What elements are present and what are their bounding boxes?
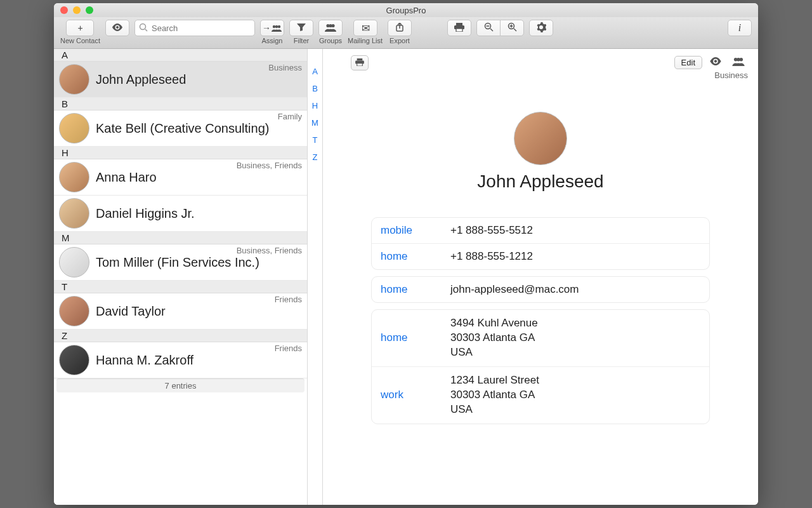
- zoom-in-button[interactable]: [500, 20, 524, 36]
- svg-point-26: [740, 58, 743, 62]
- contact-row[interactable]: FriendsHanna M. Zakroff: [54, 342, 307, 378]
- detail-print-button[interactable]: [351, 55, 369, 70]
- detail-row-label: home: [381, 250, 450, 263]
- detail-row-value: john-appleseed@mac.com: [450, 283, 579, 296]
- groups-button[interactable]: [318, 20, 343, 36]
- avatar: [59, 162, 89, 192]
- detail-group-label: Business: [714, 70, 748, 80]
- svg-rect-10: [456, 23, 462, 25]
- printer-icon: [355, 58, 365, 68]
- svg-rect-20: [357, 58, 363, 60]
- mailing-label: Mailing List: [348, 37, 383, 44]
- titlebar: GroupsPro: [54, 3, 758, 17]
- print-button[interactable]: [447, 20, 471, 36]
- detail-group-button[interactable]: [729, 55, 748, 69]
- section-header: M: [54, 232, 307, 244]
- filter-button[interactable]: [289, 20, 313, 36]
- index-letter[interactable]: Z: [313, 152, 318, 162]
- section-header: A: [54, 49, 307, 62]
- detail-row-value: 3494 Kuhl Avenue30303 Atlanta GAUSA: [450, 316, 538, 360]
- row-groups: Friends: [275, 344, 302, 353]
- contact-row[interactable]: Daniel Higgins Jr.: [54, 196, 307, 232]
- detail-row-label: home: [381, 331, 450, 344]
- search-icon: [139, 23, 148, 34]
- section-header: Z: [54, 330, 307, 342]
- settings-button[interactable]: [529, 20, 553, 36]
- row-name: John Appleseed: [96, 72, 186, 87]
- svg-rect-12: [456, 29, 462, 32]
- edit-button[interactable]: Edit: [674, 56, 702, 69]
- info-icon: i: [738, 22, 741, 34]
- index-letter[interactable]: A: [312, 67, 318, 76]
- row-name: Anna Haro: [96, 170, 157, 185]
- detail-row-value: +1 888-555-1212: [450, 250, 533, 263]
- export-icon: [395, 23, 404, 34]
- svg-point-8: [331, 23, 334, 27]
- row-groups: Friends: [275, 295, 302, 304]
- detail-row[interactable]: work1234 Laurel Street30303 Atlanta GAUS…: [372, 367, 709, 424]
- app-window: GroupsPro + New Contact →: [54, 3, 758, 505]
- detail-row-label: home: [381, 283, 450, 296]
- avatar: [59, 198, 89, 229]
- zoom-out-icon: [484, 22, 494, 34]
- phones-card: mobile+1 888-555-5512home+1 888-555-1212: [371, 217, 710, 270]
- plus-icon: +: [77, 23, 82, 33]
- section-header: H: [54, 147, 307, 159]
- svg-point-3: [273, 25, 275, 28]
- addresses-card: home3494 Kuhl Avenue30303 Atlanta GAUSAw…: [371, 309, 710, 424]
- svg-point-0: [116, 26, 119, 29]
- row-name: Tom Miller (Fin Services Inc.): [96, 255, 259, 270]
- zoom-in-icon: [508, 22, 517, 34]
- contact-row[interactable]: Business, FriendsTom Miller (Fin Service…: [54, 244, 307, 281]
- window-title: GroupsPro: [54, 6, 758, 15]
- svg-point-23: [714, 60, 717, 62]
- eye-icon: [112, 23, 123, 33]
- section-header: T: [54, 281, 307, 293]
- detail-row[interactable]: home+1 888-555-1212: [372, 244, 709, 269]
- avatar: [59, 113, 89, 144]
- assign-button[interactable]: →: [260, 20, 284, 36]
- index-letter[interactable]: B: [312, 84, 318, 93]
- row-name: Daniel Higgins Jr.: [96, 206, 195, 221]
- detail-row-label: work: [381, 389, 450, 401]
- info-button[interactable]: i: [728, 20, 752, 36]
- detail-row-value: 1234 Laurel Street30303 Atlanta GAUSA: [450, 373, 539, 417]
- zoom-out-button[interactable]: [476, 20, 501, 36]
- avatar: [59, 345, 89, 375]
- emails-card: homejohn-appleseed@mac.com: [371, 276, 710, 303]
- detail-row-label: mobile: [381, 224, 450, 237]
- detail-row[interactable]: homejohn-appleseed@mac.com: [372, 277, 709, 302]
- row-groups: Business: [268, 63, 302, 72]
- mailing-list-button[interactable]: ✉: [353, 20, 377, 36]
- gear-icon: [536, 22, 546, 34]
- row-groups: Business, Friends: [237, 161, 302, 170]
- new-contact-label: New Contact: [60, 37, 100, 44]
- search-input[interactable]: [134, 20, 255, 36]
- index-letter[interactable]: H: [312, 101, 318, 110]
- detail-visibility-button[interactable]: [706, 55, 725, 69]
- avatar: [59, 64, 89, 95]
- printer-icon: [454, 23, 465, 34]
- visibility-button[interactable]: [105, 20, 129, 36]
- row-name: Kate Bell (Creative Consulting): [96, 121, 269, 136]
- detail-row[interactable]: home3494 Kuhl Avenue30303 Atlanta GAUSA: [372, 310, 709, 367]
- svg-point-5: [278, 25, 280, 28]
- contact-list-pane: ABusinessJohn AppleseedBFamilyKate Bell …: [54, 49, 308, 505]
- envelope-icon: ✉: [362, 22, 369, 34]
- contact-row[interactable]: FriendsDavid Taylor: [54, 293, 307, 330]
- new-contact-button[interactable]: +: [66, 20, 94, 36]
- contact-row[interactable]: FamilyKate Bell (Creative Consulting): [54, 110, 307, 147]
- avatar: [59, 247, 89, 277]
- contact-row[interactable]: BusinessJohn Appleseed: [54, 62, 307, 98]
- detail-row[interactable]: mobile+1 888-555-5512: [372, 218, 709, 244]
- index-letter[interactable]: T: [313, 135, 318, 145]
- assign-label: Assign: [261, 37, 282, 44]
- contact-row[interactable]: Business, FriendsAnna Haro: [54, 159, 307, 196]
- group-icon: [324, 23, 337, 34]
- list-footer: 7 entries: [56, 378, 304, 392]
- index-letter[interactable]: M: [311, 118, 318, 128]
- svg-point-4: [275, 25, 278, 28]
- export-button[interactable]: [388, 20, 412, 36]
- contact-name: John Appleseed: [333, 171, 748, 192]
- eye-icon: [709, 57, 722, 67]
